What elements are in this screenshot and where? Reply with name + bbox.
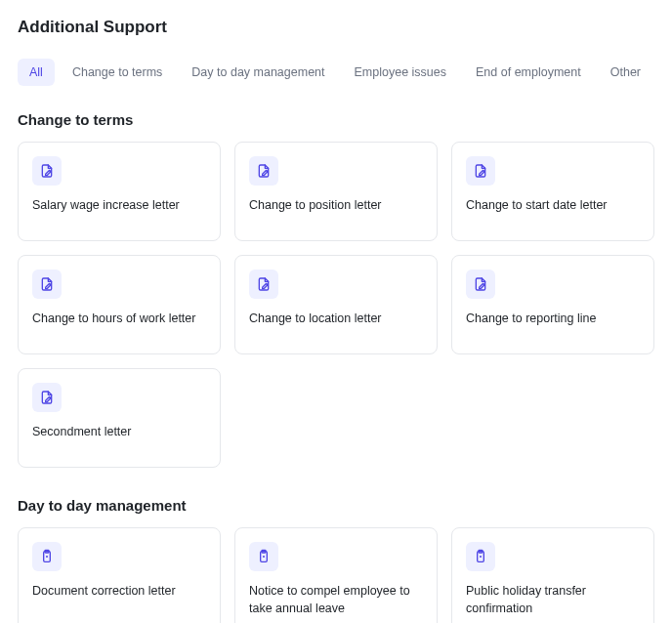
document-edit-icon [32, 156, 62, 186]
section-heading: Change to terms [18, 111, 654, 128]
page-title: Additional Support [18, 18, 654, 37]
svg-point-8 [480, 556, 482, 558]
template-card[interactable]: Document correction letter [18, 527, 221, 623]
tab-all[interactable]: All [18, 59, 55, 86]
card-title: Document correction letter [32, 583, 206, 601]
tab-other[interactable]: Other [599, 59, 652, 86]
card-title: Change to position letter [249, 197, 423, 215]
template-card[interactable]: Change to reporting line [451, 255, 654, 354]
card-grid: Document correction letterNotice to comp… [18, 527, 654, 623]
card-title: Change to hours of work letter [32, 311, 206, 328]
tabs-bar: AllChange to termsDay to day managementE… [18, 59, 654, 86]
template-card[interactable]: Change to location letter [234, 255, 438, 354]
tab-change-to-terms[interactable]: Change to terms [61, 59, 174, 86]
document-edit-icon [466, 270, 495, 299]
clipboard-icon [466, 542, 495, 571]
document-edit-icon [32, 383, 62, 412]
template-card[interactable]: Secondment letter [18, 368, 221, 468]
tab-day-to-day-management[interactable]: Day to day management [180, 59, 336, 86]
card-title: Salary wage increase letter [32, 197, 206, 215]
card-title: Change to reporting line [466, 311, 640, 328]
template-card[interactable]: Change to hours of work letter [18, 255, 221, 354]
template-card[interactable]: Change to start date letter [451, 142, 654, 241]
clipboard-icon [249, 542, 278, 571]
section-heading: Day to day management [18, 497, 654, 514]
document-edit-icon [249, 156, 278, 186]
svg-point-2 [46, 556, 48, 558]
card-title: Secondment letter [32, 424, 206, 441]
svg-point-5 [263, 556, 265, 558]
document-edit-icon [249, 270, 278, 299]
clipboard-icon [32, 542, 62, 571]
template-card[interactable]: Public holiday transfer confirmation [451, 527, 654, 623]
template-card[interactable]: Salary wage increase letter [18, 142, 221, 241]
card-title: Notice to compel employee to take annual… [249, 583, 423, 617]
document-edit-icon [32, 270, 62, 299]
card-title: Public holiday transfer confirmation [466, 583, 640, 617]
tab-employee-issues[interactable]: Employee issues [343, 59, 459, 86]
card-title: Change to location letter [249, 311, 423, 328]
template-card[interactable]: Change to position letter [234, 142, 438, 241]
document-edit-icon [466, 156, 495, 186]
tab-end-of-employment[interactable]: End of employment [464, 59, 593, 86]
template-card[interactable]: Notice to compel employee to take annual… [234, 527, 438, 623]
card-grid: Salary wage increase letterChange to pos… [18, 142, 654, 468]
card-title: Change to start date letter [466, 197, 640, 215]
